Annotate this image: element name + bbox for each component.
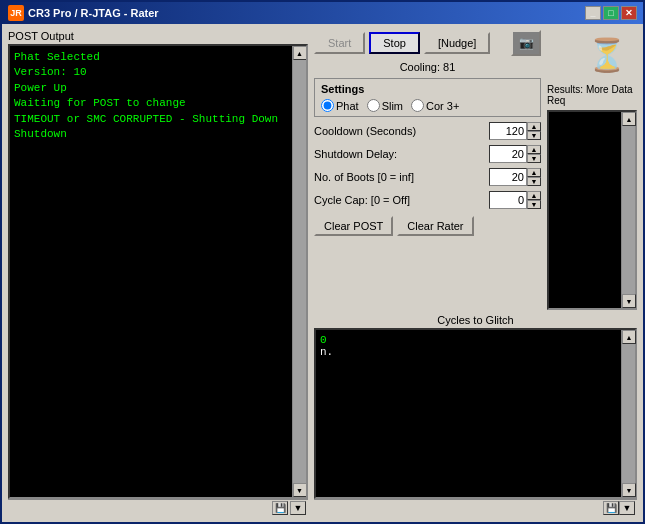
controls-section: Start Stop [Nudge] 📷 Cooling: 81 (314, 30, 541, 236)
app-icon: JR (8, 5, 24, 21)
cycle-cap-label: Cycle Cap: [0 = Off] (314, 194, 410, 206)
post-line-1: Phat Selected (14, 50, 302, 65)
cycles-save-icon[interactable]: 💾 (603, 501, 619, 515)
cycle-cap-input[interactable] (489, 191, 527, 209)
cycle-cap-spinner-btns: ▲ ▼ (527, 191, 541, 209)
results-scroll-track (622, 126, 635, 294)
cycles-scroll-down[interactable]: ▼ (622, 483, 636, 497)
post-output-text: Phat Selected Version: 10 Power Up Waiti… (10, 46, 306, 146)
cycles-text: 0 n. (316, 330, 635, 362)
post-scroll-up[interactable]: ▲ (293, 46, 307, 60)
cycle-cap-up[interactable]: ▲ (527, 191, 541, 200)
post-output-footer: 💾 ▼ (8, 499, 308, 516)
shutdown-input[interactable] (489, 145, 527, 163)
cycle-cap-down[interactable]: ▼ (527, 200, 541, 209)
results-scrollbar: ▲ ▼ (621, 112, 635, 308)
results-scroll-up[interactable]: ▲ (622, 112, 636, 126)
cycles-scroll-up[interactable]: ▲ (622, 330, 636, 344)
boots-spinner: ▲ ▼ (489, 168, 541, 186)
content-area: POST Output Phat Selected Version: 10 Po… (2, 24, 643, 522)
boots-input[interactable] (489, 168, 527, 186)
shutdown-down[interactable]: ▼ (527, 154, 541, 163)
cor3-option[interactable]: Cor 3+ (411, 99, 459, 112)
maximize-button[interactable]: □ (603, 6, 619, 20)
camera-icon: 📷 (519, 36, 534, 50)
post-line-5: TIMEOUT or SMC CORRUPTED - Shutting Down (14, 112, 302, 127)
settings-label: Settings (321, 83, 534, 95)
cooldown-input[interactable] (489, 122, 527, 140)
cor3-radio[interactable] (411, 99, 424, 112)
cycles-box: 0 n. ▲ ▼ (314, 328, 637, 499)
post-line-6: Shutdown (14, 127, 302, 142)
results-label: Results: More Data Req (547, 84, 637, 106)
stop-button[interactable]: Stop (369, 32, 420, 54)
phat-option[interactable]: Phat (321, 99, 359, 112)
cycles-footer: 💾 ▼ (314, 499, 637, 516)
nudge-button[interactable]: [Nudge] (424, 32, 491, 54)
cooldown-label: Cooldown (Seconds) (314, 125, 416, 137)
results-scroll-down[interactable]: ▼ (622, 294, 636, 308)
title-bar: JR CR3 Pro / R-JTAG - Rater _ □ ✕ (2, 2, 643, 24)
right-panel: Start Stop [Nudge] 📷 Cooling: 81 (314, 30, 637, 516)
main-window: JR CR3 Pro / R-JTAG - Rater _ □ ✕ POST O… (0, 0, 645, 524)
cycles-scrollbar: ▲ ▼ (621, 330, 635, 497)
post-scroll-down[interactable]: ▼ (293, 483, 307, 497)
cycles-label: Cycles to Glitch (314, 314, 637, 326)
cycle-line-2: n. (320, 346, 631, 358)
post-line-4: Waiting for POST to change (14, 96, 302, 111)
settings-group: Settings Phat Slim (314, 78, 541, 117)
shutdown-spinner: ▲ ▼ (489, 145, 541, 163)
clear-rater-button[interactable]: Clear Rater (397, 216, 473, 236)
boots-down[interactable]: ▼ (527, 177, 541, 186)
post-line-3: Power Up (14, 81, 302, 96)
shutdown-label: Shutdown Delay: (314, 148, 397, 160)
boots-up[interactable]: ▲ (527, 168, 541, 177)
timer-area: ⏳ (577, 30, 637, 80)
left-panel: POST Output Phat Selected Version: 10 Po… (8, 30, 308, 516)
cycle-cap-row: Cycle Cap: [0 = Off] ▲ ▼ (314, 191, 541, 209)
shutdown-up[interactable]: ▲ (527, 145, 541, 154)
cycles-section: Cycles to Glitch 0 n. ▲ ▼ 💾 ▼ (314, 314, 637, 516)
cooldown-spinner: ▲ ▼ (489, 122, 541, 140)
boots-row: No. of Boots [0 = inf] ▲ ▼ (314, 168, 541, 186)
slim-option[interactable]: Slim (367, 99, 403, 112)
cycle-line-1: 0 (320, 334, 631, 346)
boots-label: No. of Boots [0 = inf] (314, 171, 414, 183)
window-title: CR3 Pro / R-JTAG - Rater (28, 7, 159, 19)
action-btn-row: Clear POST Clear Rater (314, 216, 541, 236)
slim-radio[interactable] (367, 99, 380, 112)
phat-radio[interactable] (321, 99, 334, 112)
cooldown-row: Cooldown (Seconds) ▲ ▼ (314, 122, 541, 140)
cooldown-up[interactable]: ▲ (527, 122, 541, 131)
start-button[interactable]: Start (314, 32, 365, 54)
button-row: Start Stop [Nudge] 📷 (314, 30, 541, 56)
cooling-display: Cooling: 81 (314, 61, 541, 73)
post-scroll-track (293, 60, 307, 483)
cooldown-down[interactable]: ▼ (527, 131, 541, 140)
cooldown-spinner-btns: ▲ ▼ (527, 122, 541, 140)
title-bar-left: JR CR3 Pro / R-JTAG - Rater (8, 5, 159, 21)
cycle-cap-spinner: ▲ ▼ (489, 191, 541, 209)
clear-post-button[interactable]: Clear POST (314, 216, 393, 236)
post-output-scrollbar: ▲ ▼ (292, 46, 306, 497)
shutdown-row: Shutdown Delay: ▲ ▼ (314, 145, 541, 163)
title-buttons: _ □ ✕ (585, 6, 637, 20)
close-button[interactable]: ✕ (621, 6, 637, 20)
boots-spinner-btns: ▲ ▼ (527, 168, 541, 186)
hourglass-icon: ⏳ (587, 36, 627, 74)
scroll-down-icon[interactable]: ▼ (290, 501, 306, 515)
post-output-box: Phat Selected Version: 10 Power Up Waiti… (8, 44, 308, 499)
minimize-button[interactable]: _ (585, 6, 601, 20)
camera-button[interactable]: 📷 (511, 30, 541, 56)
post-output-label: POST Output (8, 30, 308, 42)
cycles-scroll-icon[interactable]: ▼ (619, 501, 635, 515)
post-line-2: Version: 10 (14, 65, 302, 80)
radio-row: Phat Slim Cor 3+ (321, 99, 534, 112)
shutdown-spinner-btns: ▲ ▼ (527, 145, 541, 163)
save-icon[interactable]: 💾 (272, 501, 288, 515)
cycles-scroll-track (622, 344, 635, 483)
results-box: ▲ ▼ (547, 110, 637, 310)
right-side: ⏳ Results: More Data Req ▲ ▼ (547, 30, 637, 310)
